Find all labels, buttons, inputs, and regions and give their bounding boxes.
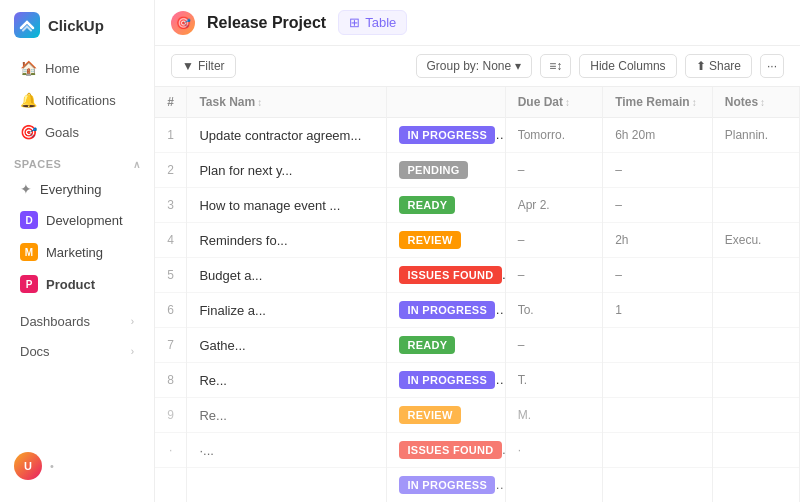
table-row[interactable]: IN PROGRESS [155, 468, 800, 503]
development-label: Development [46, 213, 123, 228]
due-date-cell: · [505, 433, 602, 468]
table-row[interactable]: 7Gathe...READY– [155, 328, 800, 363]
status-badge: ISSUES FOUND [399, 266, 501, 284]
spaces-label: Spaces [14, 158, 61, 170]
notes-cell [712, 398, 799, 433]
app-name: ClickUp [48, 17, 104, 34]
status-cell: REVIEW [387, 398, 505, 433]
row-num: 8 [155, 363, 187, 398]
table-row[interactable]: 9Re...REVIEWM. [155, 398, 800, 433]
user-dot: • [50, 460, 54, 472]
more-icon: ··· [767, 59, 777, 73]
app-logo[interactable]: ClickUp [0, 12, 154, 52]
sidebar-nav-home[interactable]: 🏠 Home [6, 53, 148, 83]
table-row[interactable]: ··...ISSUES FOUND· [155, 433, 800, 468]
filter-button[interactable]: ▼ Filter [171, 54, 236, 78]
notes-cell [712, 433, 799, 468]
task-name-cell[interactable]: Finalize a... [187, 293, 387, 328]
sidebar-item-marketing[interactable]: M Marketing [6, 237, 148, 267]
notes-cell [712, 363, 799, 398]
time-remaining-cell: 1 [603, 293, 713, 328]
row-num: · [155, 433, 187, 468]
time-remaining-cell [603, 328, 713, 363]
sort-button[interactable]: ≡↕ [540, 54, 571, 78]
sidebar-nav-goals[interactable]: 🎯 Goals [6, 117, 148, 147]
task-name-cell[interactable]: ·... [187, 433, 387, 468]
notes-cell: Execu. [712, 223, 799, 258]
col-status [387, 87, 505, 118]
table-row[interactable]: 5Budget a...ISSUES FOUND–– [155, 258, 800, 293]
col-time-remaining[interactable]: Time Remain↕ [603, 87, 713, 118]
main-content: 🎯 Release Project ⊞ Table ▼ Filter Group… [155, 0, 800, 502]
status-badge: PENDING [399, 161, 467, 179]
sidebar-nav-notifications[interactable]: 🔔 Notifications [6, 85, 148, 115]
filter-label: Filter [198, 59, 225, 73]
task-name-cell[interactable]: Budget a... [187, 258, 387, 293]
col-due-date[interactable]: Due Dat↕ [505, 87, 602, 118]
sidebar: ClickUp 🏠 Home 🔔 Notifications 🎯 Goals S… [0, 0, 155, 502]
time-remaining-cell [603, 468, 713, 503]
docs-chevron: › [131, 346, 134, 357]
table-row[interactable]: 6Finalize a...IN PROGRESSTo.1 [155, 293, 800, 328]
due-date-cell: – [505, 328, 602, 363]
status-badge: IN PROGRESS [399, 301, 495, 319]
toolbar: ▼ Filter Group by: None ▾ ≡↕ Hide Column… [155, 46, 800, 87]
task-name-cell[interactable]: Re... [187, 363, 387, 398]
status-cell: IN PROGRESS [387, 468, 505, 503]
group-by-button[interactable]: Group by: None ▾ [416, 54, 533, 78]
table-row[interactable]: 3How to manage event ...READYApr 2.– [155, 188, 800, 223]
more-options-button[interactable]: ··· [760, 54, 784, 78]
sidebar-user[interactable]: U • [0, 442, 154, 490]
nav-notifications-label: Notifications [45, 93, 116, 108]
sidebar-item-dashboards[interactable]: Dashboards › [6, 307, 148, 336]
status-cell: IN PROGRESS [387, 293, 505, 328]
row-num: 7 [155, 328, 187, 363]
table-row[interactable]: 8Re...IN PROGRESST. [155, 363, 800, 398]
marketing-label: Marketing [46, 245, 103, 260]
col-task-name[interactable]: Task Nam↕ [187, 87, 387, 118]
status-cell: READY [387, 328, 505, 363]
time-remaining-cell [603, 433, 713, 468]
time-remaining-cell: 6h 20m [603, 118, 713, 153]
status-cell: READY [387, 188, 505, 223]
table-row[interactable]: 1Update contractor agreem...IN PROGRESST… [155, 118, 800, 153]
col-notes[interactable]: Notes↕ [712, 87, 799, 118]
row-num: 3 [155, 188, 187, 223]
share-icon: ⬆ [696, 59, 706, 73]
hide-columns-button[interactable]: Hide Columns [579, 54, 676, 78]
chevron-icon: ∧ [133, 159, 141, 170]
time-remaining-cell: 2h [603, 223, 713, 258]
sidebar-item-development[interactable]: D Development [6, 205, 148, 235]
task-name-cell[interactable]: Re... [187, 398, 387, 433]
row-num: 1 [155, 118, 187, 153]
task-name-cell[interactable]: Plan for next y... [187, 153, 387, 188]
table-row[interactable]: 2Plan for next y...PENDING–– [155, 153, 800, 188]
table-view-tab[interactable]: ⊞ Table [338, 10, 407, 35]
sidebar-item-docs[interactable]: Docs › [6, 337, 148, 366]
notes-cell [712, 293, 799, 328]
status-badge: READY [399, 336, 455, 354]
time-remaining-cell [603, 363, 713, 398]
task-name-cell[interactable]: Gathe... [187, 328, 387, 363]
task-name-cell[interactable] [187, 468, 387, 503]
task-name-cell[interactable]: Update contractor agreem... [187, 118, 387, 153]
sidebar-item-product[interactable]: P Product [6, 269, 148, 299]
group-by-label: Group by: None [427, 59, 512, 73]
share-button[interactable]: ⬆ Share [685, 54, 752, 78]
bell-icon: 🔔 [20, 92, 37, 108]
everything-label: Everything [40, 182, 101, 197]
marketing-dot: M [20, 243, 38, 261]
logo-icon [14, 12, 40, 38]
table-icon: ⊞ [349, 15, 360, 30]
task-table-container: # Task Nam↕ Due Dat↕ Time Remain↕ Notes↕… [155, 87, 800, 502]
status-badge: IN PROGRESS [399, 476, 495, 494]
sidebar-bottom: Dashboards › Docs › [0, 300, 154, 373]
row-num: 9 [155, 398, 187, 433]
task-name-cell[interactable]: Reminders fo... [187, 223, 387, 258]
status-cell: IN PROGRESS [387, 118, 505, 153]
sidebar-item-everything[interactable]: ✦ Everything [6, 175, 148, 203]
notes-cell [712, 468, 799, 503]
task-name-cell[interactable]: How to manage event ... [187, 188, 387, 223]
table-row[interactable]: 4Reminders fo...REVIEW–2hExecu. [155, 223, 800, 258]
docs-label: Docs [20, 344, 50, 359]
